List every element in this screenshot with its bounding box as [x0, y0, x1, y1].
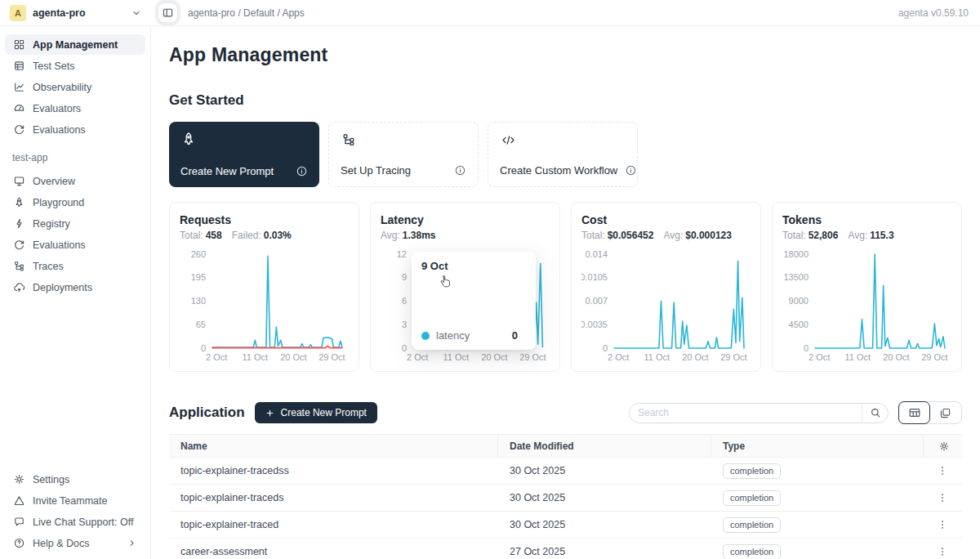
requests-chart-card: Requests Total:458 Failed:0.03% 26019513…: [169, 202, 359, 372]
latency-chart-card: Latency Avg:1.38ms 1296302 Oct11 Oct20 O…: [370, 202, 560, 372]
table-row[interactable]: career-assessment 27 Oct 2025 completion: [169, 539, 962, 559]
chart-title: Tokens: [782, 213, 951, 226]
top-bar: A agenta-pro agenta-pro / Default / Apps…: [0, 0, 980, 26]
info-icon[interactable]: [624, 163, 637, 177]
sidebar-item-evaluations[interactable]: Evaluations: [5, 119, 145, 140]
row-menu-button[interactable]: [936, 545, 949, 558]
sidebar-item-overview[interactable]: Overview: [5, 171, 145, 191]
gauge-icon: [12, 102, 25, 115]
rocket-icon: [12, 196, 25, 209]
question-icon: [12, 537, 25, 550]
main-content: App Management Get Started Create New Pr…: [151, 26, 980, 559]
svg-text:9: 9: [402, 272, 407, 282]
lightning-icon: [12, 217, 25, 230]
svg-text:2 Oct: 2 Oct: [206, 352, 227, 362]
sidebar-item-label: Invite Teammate: [33, 495, 107, 507]
chart-tooltip: 9 Oct latency 0: [412, 252, 536, 350]
row-menu-button[interactable]: [936, 518, 949, 531]
set-up-tracing-card[interactable]: Set Up Tracing: [328, 122, 479, 187]
code-icon: [500, 132, 516, 148]
search-icon[interactable]: [862, 404, 888, 423]
svg-text:0.007: 0.007: [585, 296, 608, 306]
svg-text:20 Oct: 20 Oct: [280, 352, 306, 362]
arrows-clockwise-icon: [12, 239, 25, 252]
table-row[interactable]: topic-explainer-traceds 30 Oct 2025 comp…: [169, 485, 962, 512]
sidebar-item-registry[interactable]: Registry: [5, 213, 145, 234]
breadcrumb[interactable]: agenta-pro / Default / Apps: [188, 7, 305, 19]
tooltip-date: 9 Oct: [421, 260, 526, 272]
cost-chart[interactable]: 0.0140.01050.0070.003502 Oct11 Oct20 Oct…: [581, 248, 751, 363]
tooltip-series-label: latency: [436, 329, 470, 342]
svg-text:195: 195: [191, 272, 206, 282]
app-type-badge: completion: [723, 490, 781, 506]
app-section-label: test-app: [12, 152, 138, 163]
svg-text:0: 0: [402, 343, 407, 353]
chart-title: Cost: [581, 213, 751, 226]
sidebar-item-test-sets[interactable]: Test Sets: [5, 56, 145, 76]
card-view-button[interactable]: [929, 402, 961, 423]
chart-line-icon: [12, 81, 25, 94]
sidebar-item-playground[interactable]: Playground: [5, 192, 145, 212]
table-row[interactable]: topic-explainer-tracedss 30 Oct 2025 com…: [169, 458, 962, 485]
svg-text:20 Oct: 20 Oct: [682, 352, 708, 362]
card-view-icon: [939, 406, 952, 419]
info-icon[interactable]: [453, 163, 466, 177]
sidebar-item-help-docs[interactable]: Help & Docs: [5, 533, 145, 553]
search-input[interactable]: [630, 407, 862, 418]
svg-text:2 Oct: 2 Oct: [808, 352, 830, 362]
svg-text:20 Oct: 20 Oct: [883, 352, 909, 362]
sidebar-item-app-management[interactable]: App Management: [5, 34, 145, 55]
app-date-modified: 30 Oct 2025: [498, 492, 711, 503]
sidebar-item-observability[interactable]: Observability: [5, 77, 145, 97]
sidebar-item-evaluators[interactable]: Evaluators: [5, 98, 145, 119]
requests-chart[interactable]: 2601951306502 Oct11 Oct20 Oct29 Oct: [180, 248, 349, 363]
svg-text:29 Oct: 29 Oct: [519, 352, 546, 362]
row-menu-button[interactable]: [936, 491, 949, 504]
sidebar-item-settings[interactable]: Settings: [5, 469, 145, 490]
tokens-chart[interactable]: 18000135009000450002 Oct11 Oct20 Oct29 O…: [782, 248, 951, 363]
info-icon[interactable]: [295, 164, 308, 177]
card-label: Set Up Tracing: [341, 164, 411, 177]
column-settings[interactable]: [924, 435, 962, 457]
desktop-icon: [12, 175, 25, 188]
get-started-heading: Get Started: [169, 92, 962, 109]
workspace-switcher[interactable]: A agenta-pro: [0, 5, 151, 21]
svg-text:65: 65: [196, 320, 206, 329]
chart-title: Latency: [381, 213, 550, 226]
create-new-prompt-card[interactable]: Create New Prompt: [169, 122, 319, 187]
sidebar-item-label: Live Chat Support: Off: [33, 517, 133, 528]
svg-text:4500: 4500: [789, 320, 808, 329]
chart-stats: Total:458 Failed:0.03%: [180, 230, 349, 241]
column-header-date-modified: Date Modified: [498, 435, 711, 457]
sidebar-item-label: Evaluations: [33, 124, 86, 136]
svg-text:11 Oct: 11 Oct: [242, 352, 268, 362]
svg-text:12: 12: [397, 249, 407, 259]
app-type-badge: completion: [723, 517, 781, 533]
create-new-prompt-button[interactable]: Create New Prompt: [255, 402, 377, 423]
row-menu-button[interactable]: [936, 464, 949, 477]
sidebar-item-live-chat-support[interactable]: Live Chat Support: Off: [5, 512, 145, 532]
chart-stats: Total:$0.056452 Avg:$0.000123: [581, 230, 751, 241]
sidebar-item-label: Observability: [33, 82, 91, 93]
sidebar-item-deployments[interactable]: Deployments: [5, 277, 145, 297]
create-custom-workflow-card[interactable]: Create Custom Workflow: [488, 122, 638, 187]
svg-text:11 Oct: 11 Oct: [644, 352, 670, 362]
sidebar-item-evaluations-app[interactable]: Evaluations: [5, 235, 145, 255]
svg-text:3: 3: [402, 320, 407, 329]
chart-stats: Total:52,806 Avg:115.3: [782, 230, 951, 241]
column-header-name: Name: [169, 435, 498, 457]
view-toggle: [898, 401, 962, 424]
triangle-icon: [12, 494, 25, 508]
app-type-badge: completion: [723, 463, 781, 479]
svg-text:18000: 18000: [783, 249, 808, 259]
sidebar-item-traces[interactable]: Traces: [5, 256, 145, 276]
table-view-button[interactable]: [898, 401, 930, 424]
sidebar-item-label: Overview: [33, 176, 75, 187]
app-name: topic-explainer-traced: [169, 519, 498, 530]
column-header-type: Type: [711, 435, 924, 457]
sidebar-item-invite-teammate[interactable]: Invite Teammate: [5, 490, 145, 511]
app-date-modified: 30 Oct 2025: [498, 465, 711, 476]
sidebar-toggle-button[interactable]: [158, 2, 178, 23]
table-row[interactable]: topic-explainer-traced 30 Oct 2025 compl…: [169, 512, 962, 539]
app-name: career-assessment: [169, 546, 498, 557]
